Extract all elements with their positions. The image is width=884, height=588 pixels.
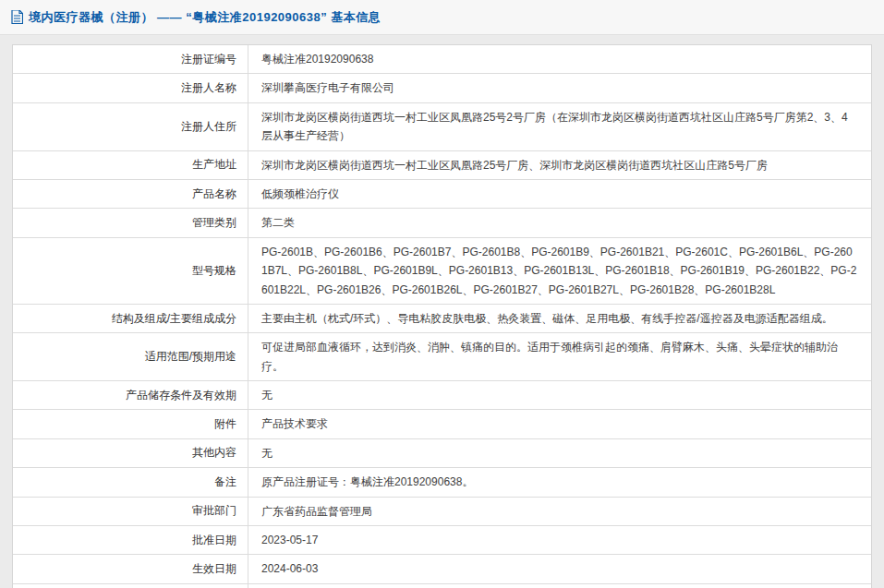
row-value: 2029-06-02	[248, 584, 871, 588]
table-row-model-spec: 型号规格 PG-2601B、PG-2601B6、PG-2601B7、PG-260…	[13, 238, 871, 305]
table-row-product-name: 产品名称 低频颈椎治疗仪	[13, 180, 871, 209]
row-value: 低频颈椎治疗仪	[248, 180, 871, 208]
row-label: 其他内容	[13, 439, 248, 467]
registration-info-table: 注册证编号 粤械注准20192090638 注册人名称 深圳攀高医疗电子有限公司…	[12, 44, 872, 588]
row-label: 适用范围/预期用途	[13, 333, 248, 380]
document-icon	[11, 10, 23, 24]
table-row-expiry-date: 有效期至 2029-06-02	[13, 584, 871, 588]
row-value: 可促进局部血液循环，达到消炎、消肿、镇痛的目的。适用于颈椎病引起的颈痛、肩臂麻木…	[248, 333, 871, 380]
row-value: PG-2601B、PG-2601B6、PG-2601B7、PG-2601B8、P…	[248, 238, 871, 304]
row-label: 生产地址	[13, 151, 248, 179]
table-row-management-category: 管理类别 第二类	[13, 209, 871, 237]
table-row-approval-date: 批准日期 2023-05-17	[13, 526, 871, 555]
row-label: 注册人名称	[13, 74, 248, 102]
row-label: 结构及组成/主要组成成分	[13, 305, 248, 332]
row-label: 注册证编号	[13, 45, 248, 73]
table-row-registrant-address: 注册人住所 深圳市龙岗区横岗街道西坑一村工业区凤凰路25号2号厂房（在深圳市龙岗…	[13, 103, 871, 151]
table-row-attachment: 附件 产品技术要求	[13, 410, 871, 438]
row-label: 审批部门	[13, 498, 248, 525]
row-value: 原产品注册证号：粤械注准20192090638。	[248, 468, 871, 496]
row-value: 无	[248, 381, 871, 409]
row-value: 粤械注准20192090638	[248, 45, 871, 73]
table-row-intended-use: 适用范围/预期用途 可促进局部血液循环，达到消炎、消肿、镇痛的目的。适用于颈椎病…	[13, 333, 871, 381]
row-label: 管理类别	[13, 209, 248, 236]
row-value: 2024-06-03	[248, 555, 871, 582]
row-value: 深圳攀高医疗电子有限公司	[248, 74, 871, 102]
page-title-bar: 境内医疗器械（注册） —— “粤械注准20192090638” 基本信息	[0, 0, 884, 35]
table-row-approval-department: 审批部门 广东省药品监督管理局	[13, 498, 871, 526]
row-label: 生效日期	[13, 555, 248, 582]
row-value: 深圳市龙岗区横岗街道西坑一村工业区凤凰路25号2号厂房（在深圳市龙岗区横岗街道西…	[248, 103, 871, 150]
row-value: 主要由主机（枕式/环式）、导电粘胶皮肤电极、热灸装置、磁体、足用电极、有线手控器…	[248, 305, 871, 332]
row-label: 备注	[13, 468, 248, 496]
page-title: 境内医疗器械（注册） —— “粤械注准20192090638” 基本信息	[29, 9, 381, 26]
row-value: 2023-05-17	[248, 526, 871, 554]
table-row-registrant-name: 注册人名称 深圳攀高医疗电子有限公司	[13, 74, 871, 102]
table-row-structure-composition: 结构及组成/主要组成成分 主要由主机（枕式/环式）、导电粘胶皮肤电极、热灸装置、…	[13, 305, 871, 333]
table-row-registration-number: 注册证编号 粤械注准20192090638	[13, 45, 871, 74]
row-label: 注册人住所	[13, 103, 248, 150]
row-label: 批准日期	[13, 526, 248, 554]
row-label: 附件	[13, 410, 248, 438]
row-value: 深圳市龙岗区横岗街道西坑一村工业区凤凰路25号厂房、深圳市龙岗区横岗街道西坑社区…	[248, 151, 871, 179]
row-value: 第二类	[248, 209, 871, 236]
row-label: 产品储存条件及有效期	[13, 381, 248, 409]
table-row-remarks: 备注 原产品注册证号：粤械注准20192090638。	[13, 468, 871, 497]
table-row-effective-date: 生效日期 2024-06-03	[13, 555, 871, 583]
row-value: 无	[248, 439, 871, 467]
row-value: 产品技术要求	[248, 410, 871, 438]
row-value: 广东省药品监督管理局	[248, 498, 871, 525]
row-label: 有效期至	[13, 584, 248, 588]
table-row-other-content: 其他内容 无	[13, 439, 871, 468]
table-row-storage-validity: 产品储存条件及有效期 无	[13, 381, 871, 410]
row-label: 产品名称	[13, 180, 248, 208]
row-label: 型号规格	[13, 238, 248, 304]
table-row-production-address: 生产地址 深圳市龙岗区横岗街道西坑一村工业区凤凰路25号厂房、深圳市龙岗区横岗街…	[13, 151, 871, 180]
